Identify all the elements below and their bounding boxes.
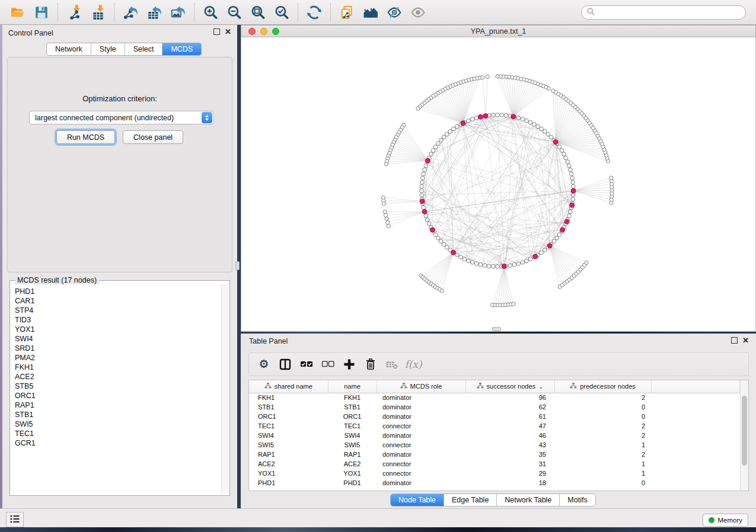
eye-slash-icon[interactable] bbox=[384, 4, 404, 21]
list-item[interactable]: SWI5 bbox=[15, 419, 219, 429]
table-row[interactable]: TEC1TEC1connector472 bbox=[249, 421, 740, 431]
network-export-icon[interactable] bbox=[120, 4, 141, 21]
optimization-criterion-label: Optimization criterion: bbox=[8, 94, 232, 103]
list-item[interactable]: TID3 bbox=[15, 315, 219, 325]
clone-network-icon[interactable] bbox=[337, 4, 357, 21]
table-toolbar: ⚙f(x) bbox=[248, 352, 749, 376]
list-item[interactable]: RAP1 bbox=[15, 400, 219, 410]
tab-network[interactable]: Network bbox=[47, 43, 91, 55]
list-item[interactable]: SWI4 bbox=[15, 334, 219, 344]
table-row[interactable]: YOX1YOX1connector291 bbox=[249, 469, 740, 478]
table-row[interactable]: SWI5SWI5connector431 bbox=[249, 440, 740, 450]
table-scrollbar[interactable] bbox=[740, 380, 748, 491]
list-item[interactable]: PMA2 bbox=[15, 353, 219, 363]
table-scrollbar-thumb[interactable] bbox=[742, 396, 747, 466]
table-header-row: shared namenameMCDS rolesuccessor nodes⌄… bbox=[249, 380, 740, 393]
memory-button[interactable]: Memory bbox=[703, 514, 748, 527]
network-canvas[interactable] bbox=[241, 37, 756, 332]
columns-icon[interactable] bbox=[276, 356, 294, 373]
sort-desc-icon: ⌄ bbox=[538, 383, 543, 390]
list-item[interactable]: SRD1 bbox=[15, 344, 219, 353]
float-panel-icon[interactable] bbox=[213, 28, 220, 35]
tab-node-table[interactable]: Node Table bbox=[391, 494, 444, 506]
list-item[interactable]: PHD1 bbox=[15, 287, 219, 296]
tree-icon bbox=[477, 382, 484, 390]
refresh-icon[interactable] bbox=[304, 4, 324, 21]
column-header[interactable]: name bbox=[328, 380, 377, 393]
list-item[interactable]: ACE2 bbox=[15, 372, 219, 382]
mcds-panel: Optimization criterion: largest connecte… bbox=[7, 57, 232, 273]
close-panel-button[interactable]: Close panel bbox=[123, 130, 183, 144]
list-item[interactable]: TEC1 bbox=[15, 429, 219, 438]
list-item[interactable]: STB1 bbox=[15, 410, 219, 419]
run-mcds-button[interactable]: Run MCDS bbox=[56, 130, 115, 144]
gear-icon[interactable]: ⚙ bbox=[255, 356, 273, 373]
add-icon[interactable] bbox=[340, 356, 358, 373]
control-panel-title: Control Panel bbox=[8, 29, 53, 37]
tab-select[interactable]: Select bbox=[125, 43, 163, 55]
tab-mcds[interactable]: MCDS bbox=[162, 43, 201, 55]
tree-icon bbox=[570, 382, 577, 390]
houses-icon[interactable] bbox=[361, 4, 381, 21]
table-row[interactable]: FKH1FKH1dominator962 bbox=[249, 393, 740, 402]
list-item[interactable]: STB5 bbox=[15, 382, 219, 391]
table-row[interactable]: RAP1RAP1dominator352 bbox=[249, 450, 740, 459]
column-header[interactable]: predecessor nodes bbox=[554, 380, 651, 393]
list-item[interactable]: GCR1 bbox=[15, 438, 219, 448]
table-panel: Table Panel ✕ ⚙f(x) shared namenameMCDS … bbox=[241, 334, 756, 508]
trash-icon[interactable] bbox=[362, 356, 379, 373]
search-icon bbox=[586, 7, 595, 18]
zoom-in-icon[interactable] bbox=[200, 4, 221, 21]
network-import-icon[interactable] bbox=[64, 4, 84, 21]
tree-icon bbox=[400, 382, 407, 390]
zoom-fit-icon[interactable] bbox=[248, 4, 268, 21]
column-header[interactable]: MCDS role bbox=[377, 380, 465, 393]
tab-network-table[interactable]: Network Table bbox=[497, 494, 560, 506]
delete-table-icon bbox=[383, 356, 401, 373]
toolbar-separator bbox=[298, 4, 298, 21]
table-row[interactable]: ORC1ORC1dominator610 bbox=[249, 412, 740, 421]
search-box[interactable] bbox=[581, 5, 746, 20]
close-table-panel-icon[interactable]: ✕ bbox=[742, 337, 749, 344]
tab-style[interactable]: Style bbox=[91, 43, 125, 55]
criterion-select[interactable]: largest connected component (undirected) bbox=[29, 111, 214, 124]
table-row[interactable]: ACE2ACE2connector311 bbox=[249, 459, 740, 469]
table-export-icon[interactable] bbox=[144, 4, 164, 21]
network-window-titlebar[interactable]: YPA_prune.txt_1 bbox=[241, 25, 756, 37]
list-item[interactable]: CAR1 bbox=[15, 296, 219, 306]
network-graph[interactable] bbox=[241, 37, 756, 332]
search-input[interactable] bbox=[595, 7, 745, 18]
list-item[interactable]: FKH1 bbox=[15, 363, 219, 372]
table-row[interactable]: STB1STB1dominator620 bbox=[249, 402, 740, 412]
column-header[interactable]: shared name bbox=[249, 380, 328, 393]
image-export-icon[interactable] bbox=[168, 4, 188, 21]
list-item[interactable]: STP4 bbox=[15, 306, 219, 315]
table-row[interactable]: SWI4SWI4dominator462 bbox=[249, 431, 740, 440]
close-panel-icon[interactable]: ✕ bbox=[225, 28, 231, 35]
table-import-icon[interactable] bbox=[88, 4, 108, 21]
node-table[interactable]: shared namenameMCDS rolesuccessor nodes⌄… bbox=[248, 380, 749, 491]
tab-edge-table[interactable]: Edge Table bbox=[444, 494, 497, 506]
select-all-icon[interactable] bbox=[298, 356, 315, 373]
save-icon[interactable] bbox=[31, 4, 52, 21]
control-panel: Control Panel ✕ NetworkStyleSelectMCDS O… bbox=[2, 25, 237, 508]
tree-icon bbox=[264, 382, 272, 390]
float-table-panel-icon[interactable] bbox=[731, 337, 738, 344]
deselect-all-icon[interactable] bbox=[319, 356, 337, 373]
column-header[interactable]: successor nodes⌄ bbox=[465, 380, 554, 393]
splitter-handle[interactable] bbox=[235, 261, 240, 270]
list-item[interactable]: YOX1 bbox=[15, 325, 219, 334]
list-item[interactable]: ORC1 bbox=[15, 391, 219, 400]
network-splitter-handle[interactable] bbox=[492, 327, 501, 331]
zoom-out-icon[interactable] bbox=[224, 4, 244, 21]
mcds-result-list[interactable]: PHD1CAR1STP4TID3YOX1SWI4SRD1PMA2FKH1ACE2… bbox=[11, 284, 219, 493]
zoom-selected-icon[interactable] bbox=[272, 4, 292, 21]
mcds-result-box: MCDS result (17 nodes) PHD1CAR1STP4TID3Y… bbox=[9, 280, 230, 496]
toolbar-separator bbox=[58, 4, 58, 21]
table-row[interactable]: PHD1PHD1dominator180 bbox=[249, 478, 740, 488]
result-list-scrollbar[interactable] bbox=[221, 284, 229, 493]
network-window: YPA_prune.txt_1 bbox=[241, 25, 756, 332]
ui-settings-button[interactable] bbox=[6, 512, 24, 527]
tab-motifs[interactable]: Motifs bbox=[560, 494, 595, 506]
folder-open-icon[interactable] bbox=[8, 4, 28, 21]
